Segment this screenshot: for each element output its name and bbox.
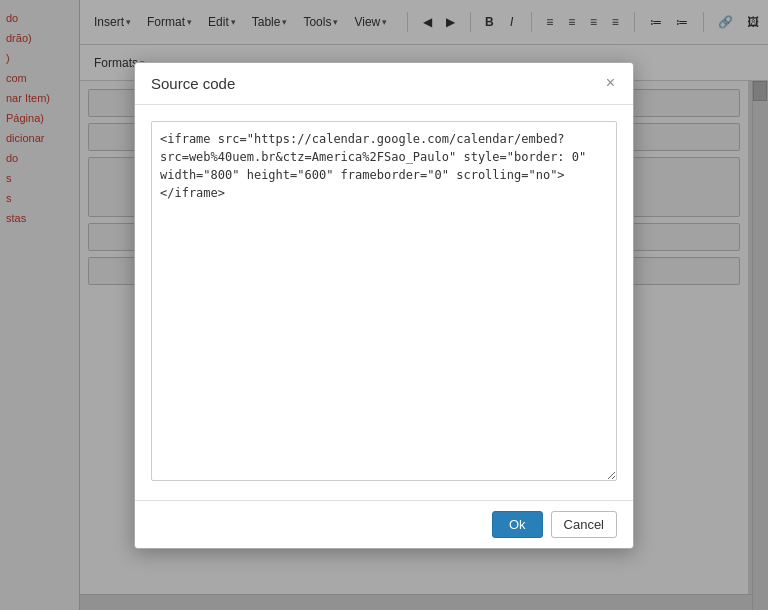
modal-footer: Ok Cancel [135,500,633,548]
source-code-modal: Source code × Ok Cancel [134,62,634,549]
ok-button[interactable]: Ok [492,511,543,538]
modal-title: Source code [151,75,235,92]
modal-close-button[interactable]: × [604,75,617,91]
modal-overlay: Source code × Ok Cancel [0,0,768,610]
cancel-button[interactable]: Cancel [551,511,617,538]
modal-body [135,105,633,500]
source-code-textarea[interactable] [151,121,617,481]
modal-header: Source code × [135,63,633,105]
